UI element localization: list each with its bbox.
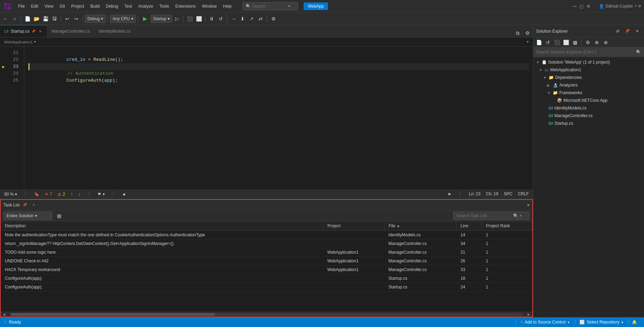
new-file-btn[interactable]: 📄	[23, 15, 32, 23]
select-repository-btn[interactable]: ⬜ Select Repository ▾	[575, 320, 627, 325]
menu-help[interactable]: Help	[220, 2, 235, 10]
task-row-1[interactable]: Note the authenticationType must match t…	[1, 231, 532, 239]
notification-btn[interactable]: 🔔	[629, 320, 640, 325]
task-list-close-btn[interactable]: ✕	[31, 202, 36, 208]
menu-file[interactable]: File	[15, 2, 27, 10]
se-search-box[interactable]: 🔍	[533, 47, 644, 57]
minimize-button[interactable]: ─	[573, 3, 577, 9]
errors-indicator[interactable]: ✕ 7	[45, 192, 52, 197]
col-line[interactable]: Line	[456, 221, 482, 231]
menu-window[interactable]: Window	[199, 2, 220, 10]
toolbar-btn-b[interactable]: ⬜	[195, 15, 203, 23]
toolbar-btn-h[interactable]: ⇄	[256, 15, 265, 23]
menu-analyze[interactable]: Analyze	[136, 2, 156, 10]
menu-git[interactable]: Git	[57, 2, 68, 10]
task-row-3[interactable]: TODO Add some logic here. WebApplication…	[1, 248, 532, 257]
col-file[interactable]: File ▲	[384, 221, 456, 230]
se-toolbar-btn8[interactable]: ⊗	[602, 38, 610, 47]
menu-test[interactable]: Test	[122, 2, 135, 10]
task-filter-btn[interactable]: ▦	[55, 212, 63, 220]
toolbar-btn-g[interactable]: ↗	[247, 15, 256, 23]
toolbar-btn-c[interactable]: ⏸	[207, 15, 216, 23]
menu-view[interactable]: View	[42, 2, 56, 10]
task-row-7[interactable]: ConfigureAuth(app); Startup.cs 24 1	[1, 283, 532, 292]
se-project-root[interactable]: ▼ 🗂 WebApplication1	[533, 66, 644, 74]
open-btn[interactable]: 📂	[32, 15, 41, 23]
se-toolbar-btn4[interactable]: ⬜	[562, 38, 570, 47]
se-close-btn[interactable]: ✕	[633, 27, 641, 35]
back-btn[interactable]: ←	[1, 15, 10, 23]
debug-config-dropdown[interactable]: Debug ▾	[85, 15, 105, 23]
se-solution-root[interactable]: ▼ 📋 Solution 'WebApp' (1 of 1 project)	[533, 58, 644, 66]
se-toolbar-btn6[interactable]: ⚙	[584, 38, 592, 47]
menu-debug[interactable]: Debug	[103, 2, 121, 10]
undo-btn[interactable]: ↩	[63, 15, 71, 23]
col-project[interactable]: Project	[323, 221, 384, 231]
menu-search-box[interactable]: 🔍 ▾	[243, 2, 298, 10]
tab-manage-controller[interactable]: ManageController.cs	[48, 25, 94, 37]
tab-startup-cs[interactable]: C# Startup.cs 📌 ✕	[0, 25, 48, 37]
task-row-4[interactable]: UNDONE Check-in #42 WebApplication1 Mana…	[1, 257, 532, 265]
menu-build[interactable]: Build	[88, 2, 103, 10]
toolbar-btn-e[interactable]: →	[229, 15, 238, 23]
settings-btn[interactable]: ⚙	[523, 29, 532, 37]
redo-btn[interactable]: ↪	[72, 15, 80, 23]
toolbar-btn-i[interactable]: ⚙	[269, 15, 278, 23]
run-btn[interactable]: ▷	[173, 15, 181, 23]
toolbar-btn-d[interactable]: ↺	[217, 15, 225, 23]
se-dependencies[interactable]: ▼ 📁 Dependencies	[533, 74, 644, 81]
se-toolbar-btn5[interactable]: ▦	[571, 38, 579, 47]
menu-tools[interactable]: Tools	[156, 2, 172, 10]
se-manage-controller[interactable]: C# ManageController.cs	[533, 112, 644, 120]
navigate-down-btn[interactable]: ↓	[78, 192, 80, 197]
se-toolbar-btn3[interactable]: ⬛	[553, 38, 561, 47]
se-tree[interactable]: ▼ 📋 Solution 'WebApp' (1 of 1 project) ▼…	[533, 57, 644, 317]
bookmarks-btn[interactable]: 🔖	[34, 192, 39, 197]
task-row-5[interactable]: HACK Temporary workaround WebApplication…	[1, 265, 532, 274]
zoom-level[interactable]: 90 % ▾	[4, 192, 17, 197]
se-toolbar-btn1[interactable]: 📄	[535, 38, 543, 47]
task-table[interactable]: Description Project File ▲ Line Project …	[1, 221, 532, 312]
se-startup-cs[interactable]: C# Startup.cs	[533, 120, 644, 127]
scrollbar-track[interactable]	[10, 313, 523, 316]
menu-project[interactable]: Project	[68, 2, 87, 10]
col-description[interactable]: Description	[1, 221, 323, 231]
scroll-right-btn[interactable]: ►	[525, 312, 532, 317]
task-search-input[interactable]	[456, 213, 512, 218]
menu-search-input[interactable]	[252, 4, 287, 9]
forward-btn[interactable]: ○	[10, 15, 19, 23]
col-rank[interactable]: Project Rank	[482, 221, 532, 231]
se-frameworks[interactable]: ▼ 📁 Frameworks	[533, 89, 644, 97]
code-lines[interactable]: cred_in = ReadLine(); // Authentication …	[24, 47, 533, 189]
save-all-btn[interactable]: 🖫	[50, 15, 59, 23]
toolbar-btn-f[interactable]: ⬇	[238, 15, 247, 23]
platform-dropdown[interactable]: Any CPU ▾	[110, 15, 135, 23]
start-btn[interactable]: ▶	[140, 14, 150, 24]
close-button[interactable]: ✕	[586, 3, 591, 9]
navigate-left-btn[interactable]: ◄	[122, 192, 126, 197]
scrollbar-thumb[interactable]	[10, 313, 215, 316]
add-source-control-btn[interactable]: ↑ Add to Source Control ▾	[516, 320, 574, 325]
se-pin-btn[interactable]: 📌	[623, 27, 632, 35]
menu-extensions[interactable]: Extensions	[172, 2, 198, 10]
se-search-input[interactable]	[536, 50, 635, 55]
code-lens-btn[interactable]: ⚑ ▾	[98, 192, 105, 197]
se-netcore-app[interactable]: 📦 Microsoft.NETCore.App	[533, 97, 644, 104]
task-row-2[interactable]: return _signInManager?? HttpContent.GetO…	[1, 239, 532, 248]
startup-dropdown[interactable]: Startup ▾	[151, 15, 172, 23]
startup-cs-close[interactable]: ✕	[37, 28, 43, 34]
task-search-box[interactable]: 🔍 ▾	[453, 212, 529, 220]
scroll-left-btn[interactable]: ◄	[1, 312, 8, 317]
task-row-6[interactable]: ConfigureAuth(app); Startup.cs 18 1	[1, 274, 532, 283]
se-toolbar-btn2[interactable]: ↺	[544, 38, 552, 47]
warnings-indicator[interactable]: ⚠ 2	[58, 192, 65, 197]
split-editor-btn[interactable]: ⧉	[514, 29, 522, 37]
task-filter-dropdown[interactable]: Entire Solution ▾	[3, 212, 52, 220]
se-identity-models[interactable]: C# IdentityModels.cs	[533, 104, 644, 112]
task-list-expand-icon[interactable]: ▾	[527, 202, 529, 208]
toolbar-btn-a[interactable]: ⬛	[186, 15, 194, 23]
task-list-scrollbar[interactable]: ◄ ►	[1, 312, 532, 317]
menu-edit[interactable]: Edit	[28, 2, 41, 10]
se-sync-btn[interactable]: ⇄	[613, 27, 622, 35]
navigate-up-btn[interactable]: ↑	[71, 192, 73, 197]
